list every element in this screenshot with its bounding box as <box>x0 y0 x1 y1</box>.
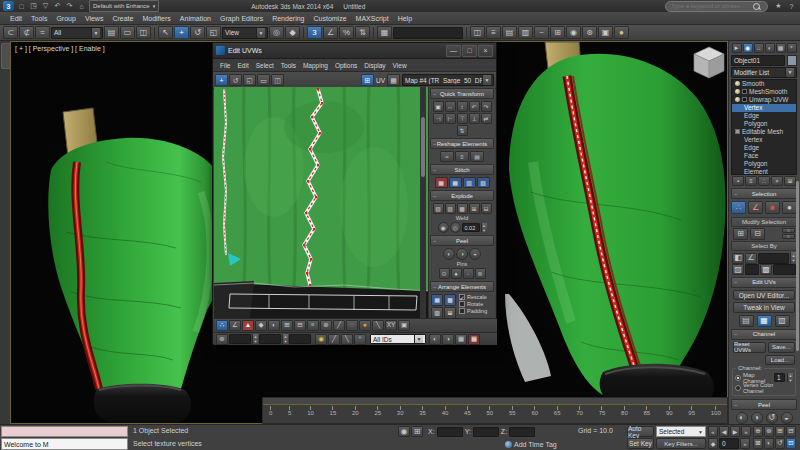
menu-edit[interactable]: Edit <box>6 14 26 23</box>
reference-coordinate-dropdown[interactable]: View▼ <box>222 27 268 39</box>
by-element-toggle[interactable]: ◆ <box>255 320 267 331</box>
stitch-average-icon[interactable]: ▥ <box>463 177 476 188</box>
zoom-extents-icon[interactable]: ⊞ <box>775 426 785 437</box>
explode-by-material-icon[interactable]: ▩ <box>457 203 468 214</box>
xy-coordinates-button[interactable]: XY <box>385 320 397 331</box>
options-gear-icon[interactable]: ⊛ <box>216 334 228 345</box>
stitch-source-icon[interactable]: ▦ <box>449 177 462 188</box>
shrink-selection-button[interactable]: ⊟ <box>750 228 765 240</box>
maximize-viewport-toggle[interactable]: ⊡ <box>786 438 796 449</box>
pin-selected-icon[interactable]: ● <box>451 268 462 279</box>
go-to-end-button[interactable]: » <box>741 426 751 437</box>
tab-create[interactable]: ► <box>732 43 742 53</box>
graphite-ribbon-icon[interactable]: ▥ <box>518 26 533 39</box>
select-by-smoothing-icon[interactable]: ▨ <box>732 264 744 275</box>
show-map-toggle-icon[interactable]: ▦ <box>387 74 400 86</box>
absolute-offset-toggle[interactable]: ⊞ <box>411 426 423 437</box>
material-id-field[interactable] <box>773 264 796 275</box>
rollout-channel[interactable]: Channel <box>731 329 797 340</box>
auto-key-button[interactable]: Auto Key <box>627 426 654 437</box>
sign-in-icon[interactable]: ★ <box>773 1 784 11</box>
render-production-icon[interactable]: ● <box>614 26 629 39</box>
zoom-region-icon[interactable]: ⊠ <box>753 438 763 449</box>
pack-custom-icon[interactable]: ⊞ <box>444 307 456 318</box>
maxscript-listener[interactable]: Welcome to M <box>1 438 128 450</box>
material-id-filter-dropdown[interactable]: All IDs▼ <box>370 334 426 344</box>
spinner[interactable]: ▲▼ <box>252 334 258 344</box>
edge-subobject-button[interactable]: ∠ <box>748 201 763 214</box>
rollout-reshape-elements[interactable]: Reshape Elements <box>430 138 494 149</box>
brush-options-button[interactable]: ◌ <box>346 320 358 331</box>
orbit-icon[interactable]: ↺ <box>775 438 785 449</box>
rotate-cw-icon[interactable]: ↷ <box>481 101 492 112</box>
grid-snap-toggle[interactable]: ▦ <box>455 334 467 345</box>
schematic-view-icon[interactable]: ⊞ <box>550 26 565 39</box>
go-to-start-button[interactable]: « <box>708 426 718 437</box>
pin-tool-icon[interactable]: ⊙ <box>439 268 450 279</box>
map-channel-radio[interactable] <box>735 375 741 381</box>
select-move-icon[interactable]: + <box>174 26 189 39</box>
snap-grid-icon[interactable]: ⊞ <box>361 74 374 86</box>
edit-uvws-title-bar[interactable]: Edit UVWs —□× <box>213 43 496 59</box>
break-icon[interactable]: ▧ <box>433 203 444 214</box>
save-uvs-button[interactable]: Save... <box>768 342 795 353</box>
uvw-menu-view[interactable]: View <box>390 61 410 70</box>
select-by-color-icon[interactable]: ◧ <box>732 253 744 264</box>
load-uvs-button[interactable]: Load... <box>765 355 795 366</box>
visibility-bulb-icon[interactable] <box>735 81 740 86</box>
stack-item[interactable]: Editable Mesh <box>732 128 796 136</box>
track-bar[interactable]: 0510152025303540455055606570758085909510… <box>262 397 728 424</box>
pelt-map-icon[interactable]: ◒ <box>781 412 793 424</box>
freeform-mode-icon[interactable]: ▭ <box>257 74 270 86</box>
make-unique-icon[interactable]: ∴ <box>758 176 770 186</box>
rect-region-icon[interactable]: ▭ <box>120 26 135 39</box>
tab-utilities[interactable]: * <box>787 43 797 53</box>
edge-distance-toggle[interactable]: ╲ <box>372 320 384 331</box>
grow-selection-button[interactable]: ⊞ <box>733 228 748 240</box>
selection-lock-toggle[interactable]: ◉ <box>398 426 410 437</box>
align-pivot-icon[interactable]: ▣ <box>433 101 444 112</box>
close-button[interactable]: × <box>478 45 493 57</box>
filter-snowflake-toggle[interactable]: * <box>354 334 366 345</box>
lock-selection-toggle[interactable]: ◉ <box>315 334 327 345</box>
space-vertical-icon[interactable]: ⇅ <box>457 125 468 136</box>
rotate-ccw-icon[interactable]: ↶ <box>469 101 480 112</box>
stack-item[interactable]: Edge <box>732 112 796 120</box>
object-color-swatch[interactable] <box>787 55 797 66</box>
zoom-all-icon[interactable]: ⊛ <box>764 426 774 437</box>
menu-tools[interactable]: Tools <box>27 14 51 23</box>
straighten-selection-icon[interactable]: ≡ <box>455 151 469 162</box>
paint-deselect-button[interactable]: ╲ <box>341 334 353 345</box>
stack-item[interactable]: Edge <box>732 144 796 152</box>
rollout-arrange-elements[interactable]: Arrange Elements <box>430 281 494 292</box>
padding-checkbox[interactable] <box>459 308 465 314</box>
rollout-selection[interactable]: Selection <box>731 188 797 199</box>
app-logo-icon[interactable]: 3 <box>3 1 14 11</box>
x-coordinate-field[interactable] <box>437 427 463 437</box>
select-manipulate-icon[interactable]: ◆ <box>285 26 300 39</box>
undo-icon[interactable]: ↶ <box>52 1 63 11</box>
loop-selection-button[interactable]: ≡ <box>782 234 795 239</box>
stack-item[interactable]: Polygon <box>732 160 796 168</box>
angle-threshold-field[interactable] <box>758 253 789 264</box>
select-grow-button[interactable]: ⊞ <box>281 320 293 331</box>
open-file-icon[interactable]: ◳ <box>28 1 39 11</box>
align-to-edge-icon[interactable]: ▤ <box>470 151 484 162</box>
key-filters-button[interactable]: Key Filters... <box>656 438 706 449</box>
material-editor-icon[interactable]: ◉ <box>566 26 581 39</box>
uvw-menu-mapping[interactable]: Mapping <box>300 61 331 70</box>
texture-map-dropdown[interactable]: Map #4 (TR_Sarge_50_DF_01.tga) ▼ <box>402 74 494 86</box>
relax-until-flat-icon[interactable]: ≈ <box>440 151 454 162</box>
scale-uv-icon[interactable]: ◱ <box>243 74 256 86</box>
use-pivot-icon[interactable]: ◎ <box>269 26 284 39</box>
rotate-quarter-icon[interactable]: ◑ <box>442 334 454 345</box>
select-by-name-icon[interactable]: ▤ <box>104 26 119 39</box>
pin-stack-icon[interactable]: ▪ <box>732 176 744 186</box>
weld-threshold-field[interactable]: 0.02 <box>462 223 480 232</box>
spinner[interactable]: ▲▼ <box>787 373 793 382</box>
tab-hierarchy[interactable]: ⌂ <box>754 43 764 53</box>
window-crossing-icon[interactable]: ◫ <box>136 26 151 39</box>
rotate-checkbox[interactable] <box>459 301 465 307</box>
project-folder-icon[interactable]: ⌂ <box>76 1 87 11</box>
stitch-target-icon[interactable]: ▧ <box>477 177 490 188</box>
